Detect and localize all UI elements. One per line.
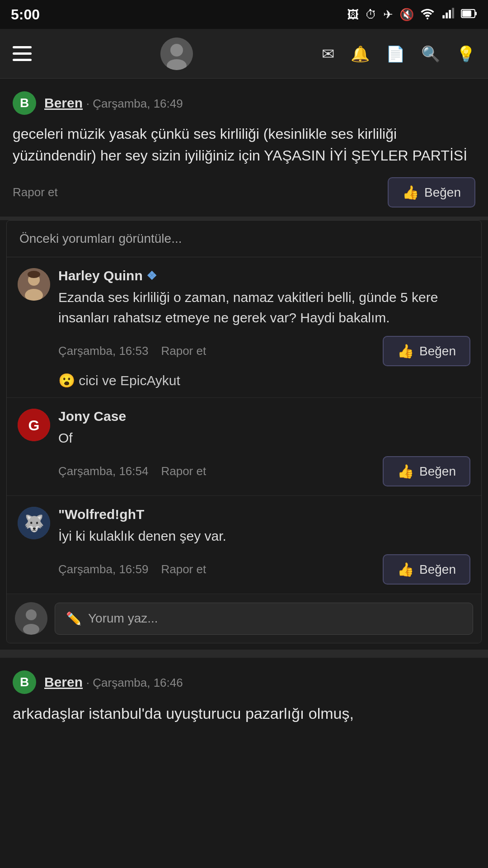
second-post-author-info: Beren · Çarşamba, 16:46 [44, 675, 183, 690]
comment-harley-reaction: 😮 cici ve EpicAykut [58, 373, 470, 388]
comment-jony-text: Of [58, 428, 470, 448]
post-actions: Rapor et 👍 Beğen [13, 177, 475, 208]
post-report-button[interactable]: Rapor et [13, 185, 58, 199]
svg-point-20 [26, 609, 37, 620]
thumbs-up-icon-4: 👍 [397, 561, 414, 577]
comment-harley-like-label: Beğen [419, 344, 456, 359]
comment-jony-like-label: Beğen [419, 464, 456, 479]
main-content: B Beren · Çarşamba, 16:49 geceleri müzik… [0, 79, 488, 643]
hamburger-menu[interactable] [13, 46, 32, 61]
svg-rect-3 [449, 10, 451, 19]
mute-icon: 🔇 [399, 8, 414, 22]
avatar-me [15, 602, 47, 635]
thumbs-up-icon-2: 👍 [397, 343, 414, 359]
svg-point-0 [427, 18, 428, 19]
second-post-author-badge: B [13, 670, 36, 694]
comment-wolfred-report[interactable]: Rapor et [161, 562, 206, 576]
post-text: geceleri müzik yasak çünkü ses kirliliği… [13, 123, 475, 166]
post-card: B Beren · Çarşamba, 16:49 geceleri müzik… [0, 79, 488, 220]
comment-wolfred-meta: Çarşamba, 16:59 Rapor et [58, 562, 206, 576]
svg-text:🐺: 🐺 [24, 514, 44, 533]
comment-harley-time: Çarşamba, 16:53 [58, 344, 148, 358]
comment-wolfred-username: "Wolfred!ghT [58, 507, 470, 522]
comment-harley-meta: Çarşamba, 16:53 Rapor et [58, 344, 206, 358]
post-like-button[interactable]: 👍 Beğen [388, 177, 475, 208]
svg-rect-1 [442, 15, 445, 18]
comment-jony-body: Jony Case Of Çarşamba, 16:54 Rapor et 👍 … [58, 409, 470, 486]
avatar-harley [18, 268, 50, 301]
svg-rect-7 [462, 10, 471, 17]
post-author-name[interactable]: Beren [44, 95, 83, 110]
pencil-icon: ✏️ [66, 611, 82, 626]
comment-wolfred-like-label: Beğen [419, 562, 456, 577]
nav-avatar[interactable] [160, 38, 193, 70]
status-bar: 5:00 🖼 ⏱ ✈ 🔇 [0, 0, 488, 29]
send-icon: ✈ [383, 8, 393, 22]
status-time: 5:00 [11, 6, 40, 23]
comment-wolfred-like-button[interactable]: 👍 Beğen [383, 554, 470, 585]
svg-text:G: G [28, 417, 40, 434]
signal-icon [441, 7, 455, 23]
comment-harley-body: Harley Quinn ❖ Ezanda ses kirliliği o za… [58, 268, 470, 388]
comment-jony-footer: Çarşamba, 16:54 Rapor et 👍 Beğen [58, 456, 470, 486]
mail-icon[interactable]: ✉ [322, 45, 334, 63]
svg-point-9 [170, 44, 183, 57]
status-icons: 🖼 ⏱ ✈ 🔇 [347, 7, 477, 23]
avatar-jony: G [18, 409, 50, 441]
thumbs-up-icon-3: 👍 [397, 463, 414, 479]
comment-jony-report[interactable]: Rapor et [161, 464, 206, 478]
comments-section: Önceki yorumları görüntüle... Harl [6, 220, 482, 643]
wifi-icon [420, 7, 435, 23]
comment-wolfred-text: İyi ki kulaklık denen şey var. [58, 526, 470, 546]
svg-point-14 [28, 271, 40, 278]
bell-icon[interactable]: 🔔 [351, 45, 370, 63]
comment-harley-username: Harley Quinn ❖ [58, 268, 470, 283]
comment-jony: G Jony Case Of Çarşamba, 16:54 Rapor et … [7, 398, 481, 496]
second-post-author-name[interactable]: Beren [44, 675, 83, 689]
comment-harley-header: Harley Quinn ❖ Ezanda ses kirliliği o za… [18, 268, 470, 388]
svg-rect-6 [475, 12, 477, 15]
battery-icon [461, 8, 477, 22]
view-prev-comments[interactable]: Önceki yorumları görüntüle... [7, 221, 481, 257]
comment-placeholder: Yorum yaz... [88, 611, 158, 626]
clock-icon: ⏱ [365, 8, 377, 22]
second-post-card: B Beren · Çarşamba, 16:46 arkadaşlar ist… [0, 654, 488, 734]
post-header: B Beren · Çarşamba, 16:49 [13, 91, 475, 115]
nav-action-icons: ✉ 🔔 📄 🔍 💡 [322, 45, 475, 63]
comment-wolfred-header: 🐺 "Wolfred!ghT İyi ki kulaklık denen şey… [18, 507, 470, 585]
comment-harley: Harley Quinn ❖ Ezanda ses kirliliği o za… [7, 257, 481, 398]
post-like-label: Beğen [424, 185, 461, 200]
search-icon[interactable]: 🔍 [421, 45, 440, 63]
image-icon: 🖼 [347, 8, 359, 22]
comment-jony-username: Jony Case [58, 409, 470, 424]
diamond-icon: ❖ [146, 269, 157, 283]
comment-jony-meta: Çarşamba, 16:54 Rapor et [58, 464, 206, 478]
comment-wolfred-time: Çarşamba, 16:59 [58, 562, 148, 576]
bulb-icon[interactable]: 💡 [456, 45, 475, 63]
comment-wolfred: 🐺 "Wolfred!ghT İyi ki kulaklık denen şey… [7, 496, 481, 594]
thumbs-up-icon: 👍 [402, 184, 419, 200]
section-divider [0, 650, 488, 654]
document-icon[interactable]: 📄 [386, 45, 405, 63]
comment-wolfred-footer: Çarşamba, 16:59 Rapor et 👍 Beğen [58, 554, 470, 585]
comment-jony-time: Çarşamba, 16:54 [58, 464, 148, 478]
svg-rect-2 [446, 12, 448, 18]
post-author-info: Beren · Çarşamba, 16:49 [44, 95, 183, 111]
post-author-badge: B [13, 91, 36, 115]
post-time: Çarşamba, 16:49 [93, 97, 183, 110]
comment-harley-report[interactable]: Rapor et [161, 344, 206, 358]
comment-harley-text: Ezanda ses kirliliği o zaman, namaz vaki… [58, 287, 470, 328]
svg-point-21 [23, 624, 39, 635]
comment-wolfred-body: "Wolfred!ghT İyi ki kulaklık denen şey v… [58, 507, 470, 585]
comment-input-row: ✏️ Yorum yaz... [7, 594, 481, 643]
svg-rect-4 [452, 8, 454, 18]
avatar-wolfred: 🐺 [18, 507, 50, 539]
nav-bar: ✉ 🔔 📄 🔍 💡 [0, 29, 488, 79]
second-post-header: B Beren · Çarşamba, 16:46 [13, 670, 475, 694]
comment-input-box[interactable]: ✏️ Yorum yaz... [55, 603, 473, 635]
second-post-text: arkadaşlar istanbul'da uyuşturucu pazarl… [13, 702, 475, 725]
comment-jony-header: G Jony Case Of Çarşamba, 16:54 Rapor et … [18, 409, 470, 486]
comment-jony-like-button[interactable]: 👍 Beğen [383, 456, 470, 486]
comment-harley-like-button[interactable]: 👍 Beğen [383, 336, 470, 366]
second-post-time: Çarşamba, 16:46 [93, 676, 183, 689]
